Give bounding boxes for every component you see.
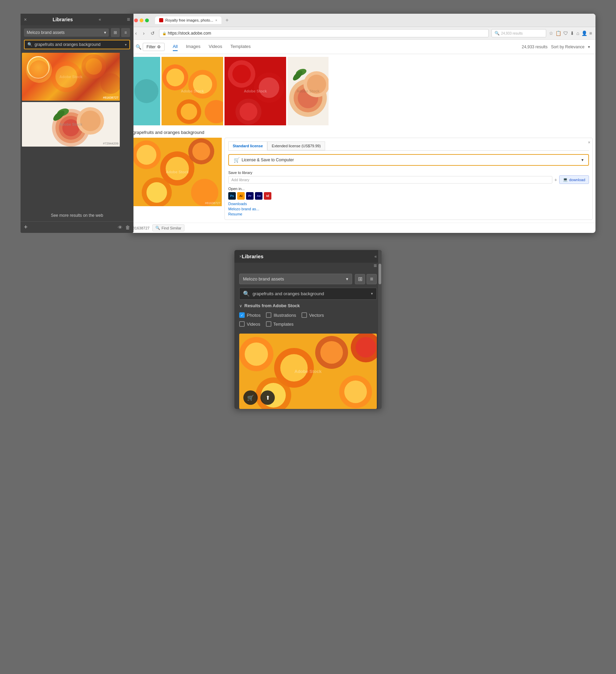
library-collapse-btn[interactable]: «	[99, 17, 101, 22]
large-dropdown-value: Melozo brand assets	[243, 276, 284, 282]
aftereffects-icon[interactable]: Ae	[255, 192, 262, 200]
library-image-item-2[interactable]: Adobe Stock #72944209	[22, 102, 132, 147]
add-library-btn[interactable]: +	[554, 177, 557, 183]
svg-point-43	[137, 145, 156, 165]
list-view-btn[interactable]: ≡	[121, 28, 130, 37]
downloads-link[interactable]: Downloads	[228, 202, 589, 206]
scroll-track[interactable]	[378, 250, 382, 409]
svg-point-49	[146, 182, 167, 203]
close-window-btn[interactable]	[134, 18, 138, 22]
url-text: https://stock.adobe.com	[168, 31, 211, 36]
photoshop-icon[interactable]: Ps	[228, 192, 236, 200]
scroll-thumb[interactable]	[378, 264, 381, 284]
photos-checkbox[interactable]	[239, 312, 245, 318]
large-list-view-btn[interactable]: ≡	[367, 274, 377, 284]
tab-images[interactable]: Images	[186, 42, 201, 51]
download-btn[interactable]: 💻 download	[559, 175, 589, 184]
menu-icon[interactable]: ≡	[589, 30, 592, 36]
videos-checkbox[interactable]	[239, 321, 245, 327]
stock-tabs: All Images Videos Templates	[173, 42, 251, 51]
results-title: Results from Adobe Stock	[244, 303, 300, 308]
stock-large-image[interactable]: Adobe Stock #81638727	[133, 138, 222, 206]
filter-vectors[interactable]: Vectors	[301, 312, 324, 318]
browser-window: Royalty free images, photo... × + ‹ › ↺ …	[130, 14, 595, 233]
filter-row-1: Photos Illustrations Vectors	[239, 312, 377, 318]
see-more-web[interactable]: See more results on the web	[21, 210, 133, 221]
svg-point-47	[192, 142, 210, 160]
illustrations-checkbox[interactable]	[266, 312, 271, 318]
results-chevron[interactable]: ∨	[239, 303, 242, 308]
add-library-input[interactable]: Add library	[228, 176, 552, 184]
templates-checkbox[interactable]	[266, 321, 271, 327]
license-close-btn[interactable]: ×	[588, 140, 590, 145]
new-tab-btn[interactable]: +	[226, 17, 229, 23]
add-to-cart-overlay-btn[interactable]: 🛒	[243, 390, 258, 405]
browser-tab[interactable]: Royalty free images, photo... ×	[155, 16, 221, 24]
library-image-item-1[interactable]: Adobe Stock #81638727	[22, 53, 132, 101]
templates-label: Templates	[273, 322, 294, 327]
home-icon[interactable]: ⌂	[576, 30, 579, 36]
extended-license-tab[interactable]: Extended license (US$79.99)	[267, 141, 325, 150]
library-close-btn[interactable]: ×	[24, 17, 27, 22]
tab-close-btn[interactable]: ×	[215, 18, 217, 22]
premiere-icon[interactable]: Pr	[246, 192, 254, 200]
tab-videos[interactable]: Videos	[209, 42, 222, 51]
library-dropdown[interactable]: Melozo brand assets ▾	[24, 28, 109, 37]
sort-chevron[interactable]: ▾	[588, 45, 590, 49]
grid-view-btn[interactable]: ⊞	[111, 28, 120, 37]
address-bar[interactable]: 🔒 https://stock.adobe.com	[159, 29, 489, 37]
filter-templates[interactable]: Templates	[266, 321, 294, 327]
filter-photos[interactable]: Photos	[239, 312, 260, 318]
delete-icon[interactable]: 🗑	[125, 225, 130, 230]
upload-overlay-btn[interactable]: ⬆	[260, 390, 275, 405]
standard-license-tab[interactable]: Standard license	[228, 141, 267, 150]
large-search-chevron[interactable]: ▾	[371, 291, 373, 296]
dropdown-arrow[interactable]: ▾	[581, 158, 583, 162]
tab-templates[interactable]: Templates	[230, 42, 251, 51]
minimize-window-btn[interactable]	[140, 18, 143, 22]
back-btn[interactable]: ‹	[133, 29, 139, 37]
reader-icon[interactable]: 📋	[555, 30, 561, 36]
search-dropdown-arrow[interactable]: ▾	[125, 43, 127, 47]
large-menu-btn[interactable]: ≡	[374, 263, 377, 269]
find-similar-btn[interactable]: 🔍 Find Similar	[152, 224, 184, 232]
svg-point-13	[80, 111, 101, 131]
library-search-bar[interactable]: 🔍 grapefruits and oranges background ▾	[24, 40, 130, 49]
browser-search-bar[interactable]: 🔍 24,933 results	[491, 29, 546, 37]
filter-illustrations[interactable]: Illustrations	[266, 312, 296, 318]
filter-videos[interactable]: Videos	[239, 321, 260, 327]
bookmark-icon[interactable]: ☆	[549, 30, 553, 36]
large-library-dropdown[interactable]: Melozo brand assets ▾	[239, 274, 352, 284]
person-icon[interactable]: 👤	[581, 30, 587, 36]
download-icon[interactable]: ⬇	[570, 30, 574, 36]
sort-label[interactable]: Sort by Relevance	[551, 45, 585, 49]
stock-image-teal[interactable]	[133, 57, 160, 125]
stock-image-oranges[interactable]: Adobe Stock	[162, 57, 223, 125]
reload-btn[interactable]: ↺	[149, 29, 156, 37]
stock-image-grapefruit[interactable]: Adobe Stock	[287, 57, 329, 125]
large-close-btn[interactable]: ×	[239, 254, 242, 259]
stock-watermark-2: Adobe Stock	[181, 89, 204, 93]
illustrator-icon[interactable]: Ai	[237, 192, 245, 200]
large-grid-view-btn[interactable]: ⊞	[355, 274, 365, 284]
large-collapse-btn[interactable]: «	[374, 254, 377, 259]
add-btn[interactable]: +	[24, 224, 28, 231]
large-image-preview[interactable]: Adobe Stock 🛒 ⬆	[239, 334, 377, 409]
indesign-icon[interactable]: Id	[264, 192, 271, 200]
stock-image-red[interactable]: Adobe Stock	[224, 57, 286, 125]
melozo-link[interactable]: Melozo brand as...	[228, 207, 589, 211]
eye-icon[interactable]: 👁	[118, 225, 123, 230]
large-search-bar[interactable]: 🔍 grapefruits and oranges background ▾	[239, 288, 377, 300]
shield-icon[interactable]: 🛡	[563, 30, 568, 36]
vectors-checkbox[interactable]	[301, 312, 307, 318]
license-save-btn[interactable]: 🛒 License & Save to Computer ▾	[228, 154, 589, 166]
tab-all[interactable]: All	[173, 42, 178, 51]
resume-link[interactable]: Resume	[228, 212, 589, 216]
svg-point-17	[134, 79, 158, 103]
open-in-label: Open in...	[228, 187, 589, 191]
svg-point-57	[320, 341, 343, 364]
forward-btn[interactable]: ›	[141, 29, 146, 37]
maximize-window-btn[interactable]	[145, 18, 149, 22]
stock-filter-btn[interactable]: Filter ⚙	[143, 43, 165, 51]
library-menu-btn[interactable]: ≡	[127, 16, 130, 23]
